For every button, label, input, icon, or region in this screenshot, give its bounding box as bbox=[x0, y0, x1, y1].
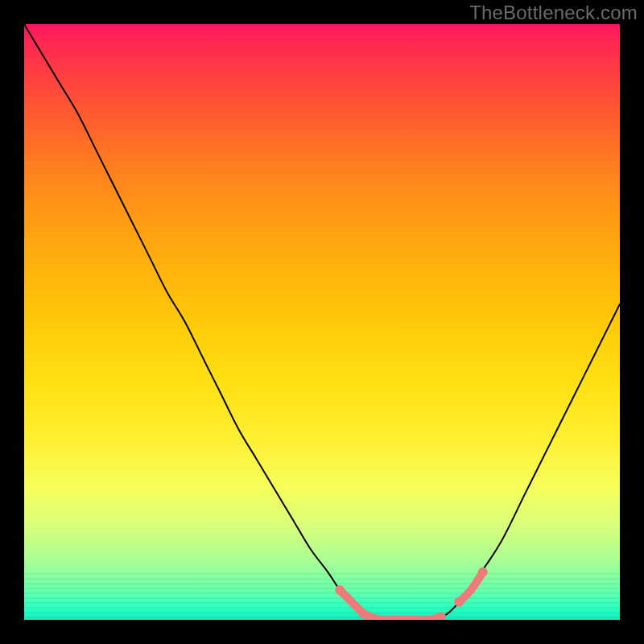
salmon-highlight-group bbox=[335, 568, 488, 620]
salmon-segment bbox=[459, 572, 483, 602]
chart-frame: TheBottleneck.com bbox=[0, 0, 644, 644]
salmon-dot bbox=[454, 597, 464, 607]
salmon-segment bbox=[369, 617, 441, 620]
watermark-text: TheBottleneck.com bbox=[469, 2, 638, 24]
plot-area bbox=[24, 24, 620, 620]
salmon-dot bbox=[335, 585, 345, 595]
curve-svg bbox=[24, 24, 620, 620]
salmon-dot bbox=[478, 568, 488, 577]
salmon-segment bbox=[340, 590, 364, 614]
bottleneck-curve bbox=[24, 24, 620, 620]
salmon-dot bbox=[436, 612, 446, 620]
